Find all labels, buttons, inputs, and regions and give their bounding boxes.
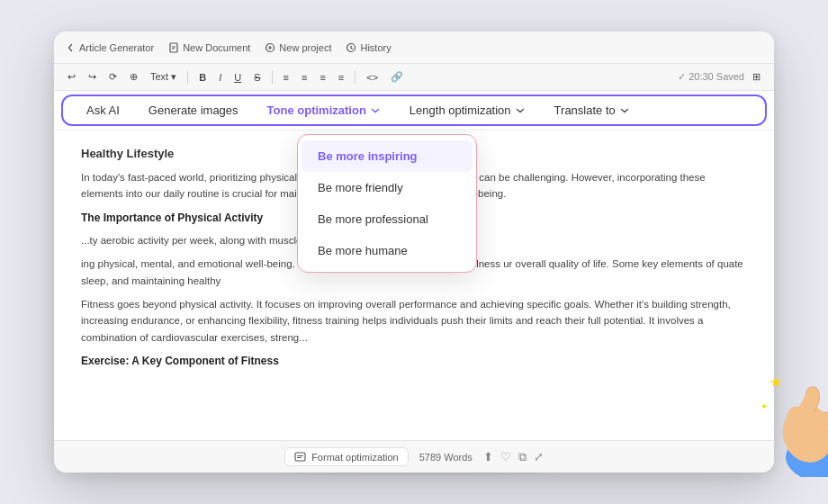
length-optimization-button[interactable]: Length optimization xyxy=(395,98,540,122)
align-center-button[interactable]: ≡ xyxy=(297,70,311,85)
svg-text:✦: ✦ xyxy=(760,401,768,411)
refresh-button[interactable]: ⟳ xyxy=(104,69,122,85)
thumbs-up-svg: ★ ★ ✦ ★ xyxy=(756,360,828,477)
bottom-bar: Format optimization 5789 Words ⬆ ♡ ⧉ ⤢ xyxy=(54,440,774,472)
ai-toolbar: Ask AI Generate images Tone optimization… xyxy=(54,91,774,130)
titlebar-history[interactable]: History xyxy=(346,42,391,53)
link-button[interactable]: 🔗 xyxy=(386,69,408,85)
titlebar-article-generator[interactable]: Article Generator xyxy=(65,42,154,53)
main-window: Article Generator New Document New proje… xyxy=(54,32,774,472)
code-button[interactable]: <> xyxy=(362,70,382,85)
format-icon xyxy=(294,451,306,463)
clock-icon xyxy=(346,42,356,53)
bottom-icons: ⬆ ♡ ⧉ ⤢ xyxy=(483,450,544,464)
thumbs-up-decoration: ★ ★ ✦ ★ xyxy=(756,360,828,477)
document-paragraph-4: Fitness goes beyond physical activity. I… xyxy=(81,296,747,346)
heart-icon[interactable]: ♡ xyxy=(500,450,511,464)
grid-button[interactable]: ⊞ xyxy=(748,69,765,85)
titlebar: Article Generator New Document New proje… xyxy=(54,32,774,64)
undo-button[interactable]: ↩ xyxy=(63,69,80,85)
tone-dropdown-menu: Be more inspiring Be more friendly Be mo… xyxy=(297,134,477,273)
svg-rect-3 xyxy=(295,453,305,461)
toolbar-divider-2 xyxy=(272,71,273,84)
saved-status: ✓ 20:30 Saved xyxy=(678,71,744,83)
tone-optimization-button[interactable]: Tone optimization xyxy=(253,98,395,122)
tone-option-friendly[interactable]: Be more friendly xyxy=(302,172,472,203)
insert-button[interactable]: ⊕ xyxy=(125,69,142,85)
ask-ai-button[interactable]: Ask AI xyxy=(72,98,134,122)
toolbar-divider-3 xyxy=(355,71,356,84)
tone-option-professional[interactable]: Be more professional xyxy=(302,203,472,235)
document-subtitle-2: Exercise: A Key Component of Fitness xyxy=(81,353,747,370)
strikethrough-button[interactable]: S xyxy=(249,70,265,85)
tone-option-humane[interactable]: Be more humane xyxy=(302,235,472,266)
plus-circle-icon xyxy=(265,42,275,53)
content-area: Ask AI Generate images Tone optimization… xyxy=(54,91,774,440)
chevron-left-icon xyxy=(65,42,76,53)
chevron-down-icon-3 xyxy=(619,105,630,116)
redo-button[interactable]: ↪ xyxy=(84,69,101,85)
align-right-button[interactable]: ≡ xyxy=(315,70,329,85)
italic-button[interactable]: I xyxy=(214,70,226,85)
text-style-button[interactable]: Text ▾ xyxy=(146,69,181,85)
underline-button[interactable]: U xyxy=(230,70,246,85)
expand-icon[interactable]: ⤢ xyxy=(534,450,544,464)
toolbar-divider-1 xyxy=(187,71,188,84)
generate-images-button[interactable]: Generate images xyxy=(134,98,253,122)
list-button[interactable]: ≡ xyxy=(334,70,348,85)
titlebar-new-project[interactable]: New project xyxy=(265,42,331,53)
formatting-toolbar: ↩ ↪ ⟳ ⊕ Text ▾ B I U S ≡ ≡ ≡ ≡ <> 🔗 ✓ 20… xyxy=(54,64,774,91)
format-badge[interactable]: Format optimization xyxy=(284,447,409,466)
word-count: 5789 Words xyxy=(419,452,472,463)
copy-icon[interactable]: ⧉ xyxy=(518,450,526,464)
chevron-down-icon-2 xyxy=(515,105,526,116)
bold-button[interactable]: B xyxy=(194,70,211,85)
translate-to-button[interactable]: Translate to xyxy=(540,98,644,122)
titlebar-new-document[interactable]: New Document xyxy=(168,42,250,53)
chevron-down-icon xyxy=(370,105,381,116)
file-icon xyxy=(168,42,179,53)
tone-option-inspiring[interactable]: Be more inspiring xyxy=(302,140,472,172)
svg-text:★: ★ xyxy=(770,374,782,390)
svg-rect-0 xyxy=(170,43,177,52)
upload-icon[interactable]: ⬆ xyxy=(483,450,493,464)
align-left-button[interactable]: ≡ xyxy=(279,70,293,85)
